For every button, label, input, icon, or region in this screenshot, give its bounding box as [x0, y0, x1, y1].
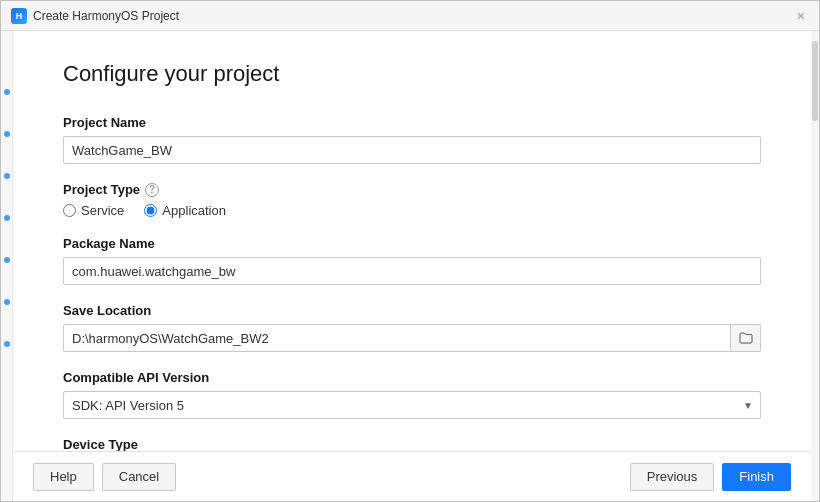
api-version-group: Compatible API Version SDK: API Version …	[63, 370, 761, 419]
title-bar-left: H Create HarmonyOS Project	[11, 8, 179, 24]
page-title: Configure your project	[63, 61, 761, 87]
footer: Help Cancel Previous Finish	[13, 451, 811, 501]
package-name-label: Package Name	[63, 236, 761, 251]
project-name-label: Project Name	[63, 115, 761, 130]
mark-dot-2	[4, 131, 10, 137]
mark-dot-1	[4, 89, 10, 95]
main-window: H Create HarmonyOS Project × Configure y…	[0, 0, 820, 502]
radio-application[interactable]: Application	[144, 203, 226, 218]
save-location-group: Save Location	[63, 303, 761, 352]
mark-dot-6	[4, 299, 10, 305]
help-button[interactable]: Help	[33, 463, 94, 491]
device-type-label: Device Type	[63, 437, 761, 451]
mark-dot-7	[4, 341, 10, 347]
project-name-input[interactable]	[63, 136, 761, 164]
project-type-label: Project Type ?	[63, 182, 761, 197]
browse-button[interactable]	[731, 324, 761, 352]
window-title: Create HarmonyOS Project	[33, 9, 179, 23]
api-version-select[interactable]: SDK: API Version 5 SDK: API Version 4 SD…	[63, 391, 761, 419]
finish-button[interactable]: Finish	[722, 463, 791, 491]
project-type-group: Project Type ? Service Application	[63, 182, 761, 218]
save-location-label: Save Location	[63, 303, 761, 318]
scrollbar-thumb[interactable]	[812, 41, 818, 121]
app-logo: H	[11, 8, 27, 24]
left-panel	[1, 31, 13, 501]
mark-dot-5	[4, 257, 10, 263]
save-location-input-row	[63, 324, 761, 352]
package-name-group: Package Name	[63, 236, 761, 285]
title-bar: H Create HarmonyOS Project ×	[1, 1, 819, 31]
left-marks	[1, 31, 12, 365]
api-version-label: Compatible API Version	[63, 370, 761, 385]
radio-group: Service Application	[63, 203, 761, 218]
device-type-group: Device Type Phone Tablet TV	[63, 437, 761, 451]
cancel-button[interactable]: Cancel	[102, 463, 176, 491]
scrollable-area: Configure your project Project Name Proj…	[13, 31, 811, 451]
save-location-input[interactable]	[63, 324, 731, 352]
project-type-help-icon[interactable]: ?	[145, 183, 159, 197]
mark-dot-4	[4, 215, 10, 221]
radio-service[interactable]: Service	[63, 203, 124, 218]
scrollbar-track	[811, 31, 819, 501]
radio-application-input[interactable]	[144, 204, 157, 217]
radio-service-label: Service	[81, 203, 124, 218]
previous-button[interactable]: Previous	[630, 463, 715, 491]
project-name-group: Project Name	[63, 115, 761, 164]
content-area: Configure your project Project Name Proj…	[1, 31, 819, 501]
mark-dot-3	[4, 173, 10, 179]
radio-application-label: Application	[162, 203, 226, 218]
footer-left: Help Cancel	[33, 463, 176, 491]
package-name-input[interactable]	[63, 257, 761, 285]
close-button[interactable]: ×	[793, 7, 809, 25]
api-select-wrapper: SDK: API Version 5 SDK: API Version 4 SD…	[63, 391, 761, 419]
radio-service-input[interactable]	[63, 204, 76, 217]
folder-icon	[739, 331, 753, 345]
main-panel: Configure your project Project Name Proj…	[13, 31, 811, 501]
footer-right: Previous Finish	[630, 463, 791, 491]
